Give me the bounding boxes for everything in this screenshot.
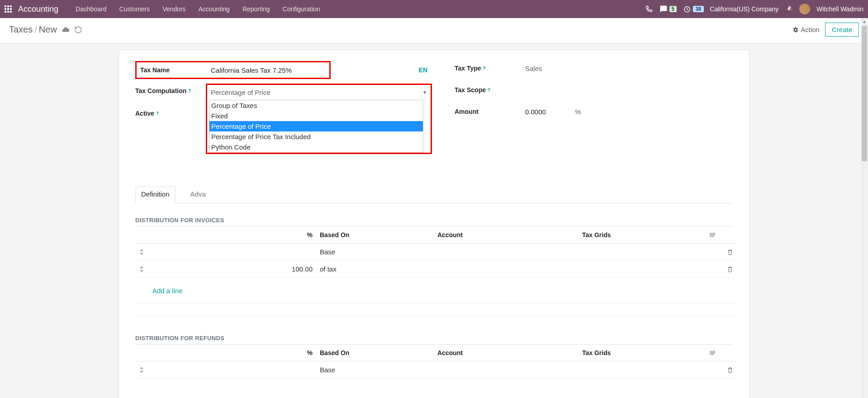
vertical-scrollbar[interactable]: ▲ (861, 18, 868, 398)
section-invoices-title: DISTRIBUTION FOR INVOICES (135, 217, 733, 227)
debug-icon[interactable] (785, 5, 793, 13)
messages-badge: 5 (669, 6, 677, 12)
drag-handle-icon[interactable] (135, 361, 149, 379)
action-menu[interactable]: Action (792, 26, 820, 33)
cell-tax-grids[interactable] (579, 361, 705, 379)
col-tax-grids[interactable]: Tax Grids (579, 345, 705, 361)
create-button[interactable]: Create (825, 23, 859, 37)
invoices-table: % Based On Account Tax Grids Base (135, 227, 737, 317)
tab-advanced[interactable]: Adva (185, 186, 212, 203)
delete-row-icon[interactable] (723, 261, 737, 278)
svg-point-2 (712, 236, 714, 237)
table-row[interactable]: 100.00 of tax (135, 261, 737, 278)
cell-account[interactable] (434, 361, 579, 379)
cell-based-on[interactable]: Base (316, 361, 434, 379)
cell-account[interactable] (434, 243, 579, 261)
nav-configuration[interactable]: Configuration (276, 0, 327, 18)
timer-icon[interactable]: 38 (683, 5, 703, 13)
nav-vendors[interactable]: Vendors (156, 0, 192, 18)
user-menu[interactable]: Witchell Wadmin (816, 5, 863, 13)
tax-name-field-wrap: Tax Name California Sales Tax 7.25% (135, 61, 331, 79)
cell-account[interactable] (434, 261, 579, 278)
lang-badge[interactable]: EN (419, 66, 432, 74)
avatar[interactable] (799, 4, 810, 14)
help-icon[interactable]: ? (483, 66, 486, 71)
svg-point-3 (714, 351, 715, 352)
add-line-button[interactable]: Add a line (152, 282, 733, 299)
refunds-table: % Based On Account Tax Grids Base (135, 345, 737, 379)
main-navbar: Accounting Dashboard Customers Vendors A… (0, 0, 868, 18)
control-panel: Taxes / New Action Create (0, 18, 868, 43)
delete-row-icon[interactable] (723, 243, 737, 261)
adjust-columns-icon[interactable] (705, 227, 723, 243)
svg-point-1 (714, 233, 715, 234)
action-label: Action (801, 26, 820, 33)
tax-type-label: Tax Type (455, 65, 481, 72)
nav-reporting[interactable]: Reporting (236, 0, 276, 18)
col-based-on[interactable]: Based On (316, 345, 434, 361)
cell-based-on[interactable]: Base (316, 243, 434, 261)
cell-based-on[interactable]: of tax (316, 261, 434, 278)
voip-icon[interactable] (645, 5, 653, 13)
tax-comp-value: Percentage of Price (211, 89, 270, 96)
timer-badge: 38 (693, 6, 703, 12)
cloud-unsaved-icon[interactable] (62, 26, 70, 34)
nav-dashboard[interactable]: Dashboard (69, 0, 113, 18)
breadcrumb-sep: / (34, 24, 37, 35)
form-tabs: Definition Adva (135, 186, 733, 203)
discard-icon[interactable] (74, 26, 82, 34)
col-percent[interactable]: % (149, 227, 316, 243)
nav-customers[interactable]: Customers (113, 0, 157, 18)
breadcrumb-root[interactable]: Taxes (9, 24, 33, 35)
scrollbar-thumb[interactable] (862, 26, 867, 161)
cell-percent[interactable]: 100.00 (149, 261, 316, 278)
amount-value[interactable]: 0.0000 (525, 108, 546, 116)
table-row[interactable]: Base (135, 361, 737, 379)
table-row[interactable]: Base (135, 243, 737, 261)
svg-point-4 (712, 354, 714, 355)
tax-name-value[interactable]: California Sales Tax 7.25% (211, 66, 326, 74)
tax-type-value[interactable]: Sales (525, 65, 733, 72)
amount-suffix: % (575, 108, 581, 116)
scroll-up-arrow[interactable]: ▲ (861, 18, 868, 25)
breadcrumb-current: New (39, 24, 57, 35)
tax-name-label: Tax Name (140, 66, 211, 74)
section-refunds-title: DISTRIBUTION FOR REFUNDS (135, 335, 733, 345)
cell-tax-grids[interactable] (579, 243, 705, 261)
delete-row-icon[interactable] (723, 361, 737, 379)
tax-comp-option[interactable]: Python Code (209, 142, 423, 152)
messages-icon[interactable]: 5 (659, 5, 677, 13)
cell-percent[interactable] (149, 361, 316, 379)
cell-tax-grids[interactable] (579, 261, 705, 278)
form-sheet: Tax Name California Sales Tax 7.25% EN T… (119, 50, 749, 398)
help-icon[interactable]: ? (156, 111, 159, 116)
tax-comp-option[interactable]: Percentage of Price (209, 121, 423, 131)
drag-handle-icon[interactable] (135, 243, 149, 261)
help-icon[interactable]: ? (188, 89, 191, 94)
apps-grid-icon[interactable] (5, 5, 12, 13)
tax-comp-option[interactable]: Fixed (209, 111, 423, 121)
tax-comp-option[interactable]: Percentage of Price Tax Included (209, 131, 423, 142)
brand[interactable]: Accounting (18, 5, 58, 14)
drag-handle-icon[interactable] (135, 261, 149, 278)
tax-comp-dropdown[interactable]: Percentage of Price ▼ Group of Taxes Fix… (206, 84, 432, 154)
help-icon[interactable]: ? (488, 88, 490, 93)
tax-comp-label: Tax Computation (135, 87, 186, 94)
tab-definition[interactable]: Definition (135, 186, 175, 203)
col-account[interactable]: Account (434, 345, 579, 361)
col-based-on[interactable]: Based On (316, 227, 434, 243)
active-label: Active (135, 110, 154, 117)
chevron-down-icon: ▼ (422, 90, 427, 95)
adjust-columns-icon[interactable] (705, 345, 723, 361)
breadcrumb: Taxes / New (9, 24, 57, 35)
col-tax-grids[interactable]: Tax Grids (579, 227, 705, 243)
company-switcher[interactable]: California(US) Company (710, 5, 779, 13)
col-percent[interactable]: % (149, 345, 316, 361)
tax-scope-label: Tax Scope (455, 86, 486, 94)
amount-label: Amount (455, 108, 525, 115)
col-account[interactable]: Account (434, 227, 579, 243)
cell-percent[interactable] (149, 243, 316, 261)
tax-comp-toggle[interactable]: Percentage of Price ▼ (209, 87, 429, 98)
nav-accounting[interactable]: Accounting (192, 0, 236, 18)
tax-comp-option[interactable]: Group of Taxes (209, 100, 423, 111)
